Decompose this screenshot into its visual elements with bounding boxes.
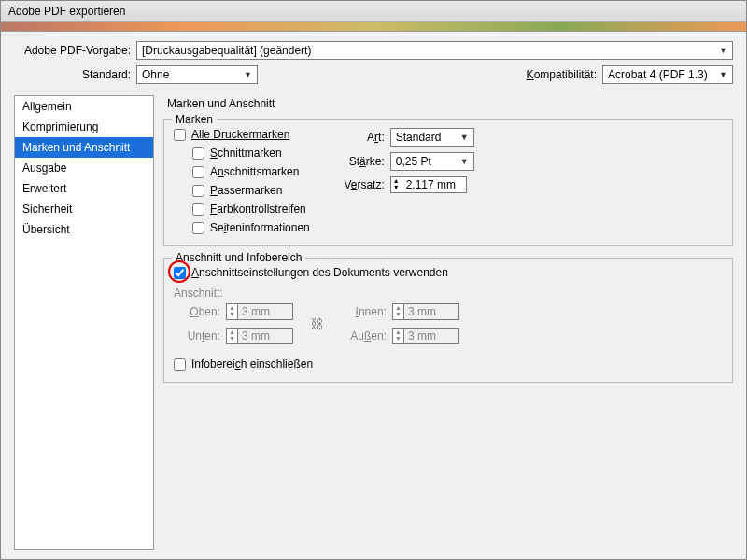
versatz-input[interactable] — [402, 176, 467, 193]
preset-select[interactable]: [Druckausgabequalität] (geändert) ▼ — [136, 41, 733, 60]
passer-label: Passermarken — [210, 184, 282, 197]
use-doc-bleed-checkbox[interactable] — [174, 267, 186, 279]
sidebar: Allgemein Komprimierung Marken und Ansch… — [14, 95, 154, 550]
aussen-input — [403, 328, 459, 344]
oben-input — [237, 303, 293, 320]
sidebar-item-marken[interactable]: Marken und Anschnitt — [15, 137, 153, 158]
chevron-down-icon: ▼ — [244, 70, 252, 79]
bleed-subhead: Anschnitt: — [174, 287, 723, 300]
seiten-label: Seiteninformationen — [210, 221, 310, 234]
down-icon[interactable]: ▼ — [391, 184, 402, 190]
bleed-fields: Anschnitt: Oben: ▲▼ Unten: ▲▼ ⛓ — [174, 287, 723, 344]
window-decor — [1, 22, 746, 32]
preset-value: [Druckausgabequalität] (geändert) — [142, 44, 311, 57]
content-pane: Marken und Anschnitt Marken Alle Drucker… — [163, 95, 733, 550]
chevron-down-icon: ▼ — [719, 70, 727, 79]
oben-label: Oben: — [174, 305, 220, 318]
all-marks-checkbox[interactable] — [174, 129, 186, 141]
marks-group-title: Marken — [172, 113, 217, 126]
seiten-checkbox[interactable] — [192, 222, 204, 234]
sidebar-item-sicherheit[interactable]: Sicherheit — [15, 199, 153, 219]
standard-value: Ohne — [142, 68, 169, 81]
all-marks-label: Alle Druckermarken — [191, 128, 289, 141]
sidebar-item-erweitert[interactable]: Erweitert — [15, 178, 153, 199]
page-heading: Marken und Anschnitt — [167, 97, 733, 110]
innen-spinner: ▲▼ — [392, 303, 459, 320]
art-value: Standard — [396, 131, 442, 144]
bleed-group-title: Anschnitt und Infobereich — [172, 251, 305, 264]
aussen-spinner: ▲▼ — [392, 328, 459, 344]
up-icon[interactable]: ▲ — [391, 177, 402, 184]
farb-label: Farbkontrollstreifen — [210, 203, 306, 216]
standard-select[interactable]: Ohne ▼ — [136, 65, 258, 84]
preset-label: Adobe PDF-Vorgabe: — [14, 44, 131, 57]
schnitt-checkbox[interactable] — [192, 147, 204, 160]
versatz-label: Versatz: — [338, 178, 385, 191]
oben-spinner: ▲▼ — [226, 303, 293, 320]
anschnitt-checkbox[interactable] — [192, 166, 204, 178]
info-area-checkbox[interactable] — [174, 358, 186, 371]
anschnitt-label: Anschnittsmarken — [210, 165, 299, 178]
preset-row: Adobe PDF-Vorgabe: [Druckausgabequalität… — [14, 41, 733, 60]
farb-checkbox[interactable] — [192, 203, 204, 216]
standard-label: Standard: — [14, 68, 131, 81]
bleed-group: Anschnitt und Infobereich Anschnittseins… — [163, 258, 733, 383]
dialog-body: Adobe PDF-Vorgabe: [Druckausgabequalität… — [1, 32, 746, 559]
info-area-label: Infobereich einschließen — [191, 357, 313, 371]
art-label: Art: — [338, 131, 385, 144]
sidebar-item-allgemein[interactable]: Allgemein — [15, 96, 153, 117]
standard-compat-row: Standard: Ohne ▼ Kompatibilität: Acrobat… — [14, 65, 733, 84]
sidebar-item-uebersicht[interactable]: Übersicht — [15, 219, 153, 240]
versatz-spinner[interactable]: ▲▼ — [390, 176, 467, 193]
staerke-select[interactable]: 0,25 Pt▼ — [390, 152, 474, 171]
compat-value: Acrobat 4 (PDF 1.3) — [608, 68, 708, 81]
staerke-value: 0,25 Pt — [396, 155, 431, 168]
innen-label: Innen: — [340, 305, 387, 318]
staerke-label: Stärke: — [338, 155, 385, 168]
sidebar-item-komprimierung[interactable]: Komprimierung — [15, 117, 153, 137]
art-select[interactable]: Standard▼ — [390, 128, 474, 147]
use-doc-bleed-label: Anschnittseinstellungen des Dokuments ve… — [191, 266, 448, 279]
chevron-down-icon: ▼ — [460, 133, 469, 142]
link-icon: ⛓ — [303, 316, 331, 331]
aussen-label: Außen: — [340, 329, 387, 343]
chevron-down-icon: ▼ — [719, 46, 727, 55]
unten-label: Unten: — [174, 329, 220, 343]
passer-checkbox[interactable] — [192, 185, 204, 197]
innen-input — [403, 303, 459, 320]
unten-input — [237, 328, 293, 344]
compat-label: Kompatibilität: — [527, 68, 597, 81]
main-area: Allgemein Komprimierung Marken und Ansch… — [14, 95, 733, 550]
export-pdf-dialog: Adobe PDF exportieren Adobe PDF-Vorgabe:… — [0, 0, 747, 560]
sidebar-item-ausgabe[interactable]: Ausgabe — [15, 158, 153, 178]
compat-select[interactable]: Acrobat 4 (PDF 1.3) ▼ — [602, 65, 733, 84]
chevron-down-icon: ▼ — [460, 157, 469, 166]
unten-spinner: ▲▼ — [226, 328, 293, 344]
window-title: Adobe PDF exportieren — [1, 1, 746, 22]
schnitt-label: Schnittmarken — [210, 147, 282, 160]
marks-group: Marken Alle Druckermarken Schnittmarken … — [163, 119, 733, 246]
